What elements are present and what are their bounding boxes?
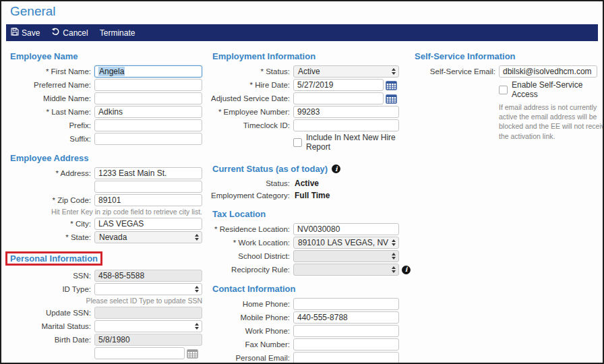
spacer — [10, 347, 94, 359]
work-location-select[interactable]: 891010 LAS VEGAS, NV — [293, 237, 399, 249]
fax-number-input[interactable] — [293, 338, 399, 351]
left-column: Employee Name * First Name: Angela Prefe… — [10, 51, 212, 361]
mobile-phone-input[interactable] — [293, 311, 399, 324]
cancel-button[interactable]: Cancel — [51, 28, 88, 38]
address-line2-row — [10, 181, 212, 193]
ssn-row: SSN: — [10, 270, 212, 282]
self-service-email-input[interactable] — [499, 65, 597, 78]
address-input[interactable] — [94, 167, 202, 179]
hire-date-row: * Hire Date: — [212, 79, 415, 91]
enable-self-service-checkbox-label: Enable Self-Service Access — [512, 80, 604, 99]
personal-information-highlight: Personal Information — [5, 251, 102, 266]
id-type-select[interactable] — [94, 283, 202, 295]
birth-date-input — [94, 334, 202, 346]
partial-date-input[interactable] — [94, 347, 185, 359]
terminate-button[interactable]: Terminate — [100, 28, 135, 38]
middle-name-row: Middle Name: — [10, 92, 212, 104]
calendar-icon[interactable] — [386, 80, 397, 90]
right-column: Self-Service Information Self-Service Em… — [415, 51, 604, 141]
residence-location-input[interactable] — [293, 223, 399, 235]
personal-information-heading: Personal Information — [10, 253, 98, 264]
city-row: * City: — [10, 218, 212, 230]
state-row: * State: Nevada — [10, 231, 212, 243]
prefix-input[interactable] — [94, 119, 202, 131]
fax-number-row: Fax Number: — [212, 338, 415, 351]
select-arrows-icon — [195, 323, 199, 330]
employee-number-input[interactable] — [293, 106, 399, 118]
home-phone-row: Home Phone: — [212, 298, 415, 310]
zip-code-input[interactable] — [94, 194, 202, 206]
home-phone-input[interactable] — [293, 298, 399, 310]
current-status-status-row: Status: Active — [212, 178, 415, 189]
form-content: Employee Name * First Name: Angela Prefe… — [10, 51, 603, 364]
timeclock-id-input[interactable] — [293, 119, 399, 131]
personal-email-label: Personal Email: — [212, 352, 293, 364]
first-name-input[interactable]: Angela — [94, 65, 202, 78]
info-icon[interactable]: i — [332, 164, 340, 173]
page-title: General — [10, 4, 603, 19]
select-arrows-icon — [392, 239, 396, 246]
suffix-row: Suffix: — [10, 133, 212, 145]
reciprocity-rule-row: Reciprocity Rule: i — [212, 264, 415, 276]
enable-self-service-checkbox[interactable] — [499, 86, 508, 94]
preferred-name-input[interactable] — [94, 79, 202, 91]
personal-information-section: Personal Information SSN: ID Type: Pleas… — [10, 251, 212, 359]
status-select-value: Active — [298, 67, 320, 76]
new-hire-report-checkbox-label: Include In Next New Hire Report — [306, 133, 415, 152]
marital-status-label: Marital Status: — [10, 320, 94, 332]
birth-date-row: Birth Date: — [10, 334, 212, 346]
select-arrows-icon — [392, 68, 396, 75]
school-district-select — [293, 250, 399, 262]
employment-information-heading: Employment Information — [212, 51, 315, 61]
select-arrows-icon — [195, 234, 199, 241]
employment-category-value: Full Time — [293, 191, 330, 200]
mobile-phone-label: Mobile Phone: — [212, 311, 293, 324]
personal-email-row: Personal Email: — [212, 352, 415, 364]
marital-status-select[interactable] — [94, 320, 202, 332]
self-service-section: Self-Service Information Self-Service Em… — [415, 51, 604, 141]
spacer — [212, 136, 293, 148]
prefix-label: Prefix: — [10, 119, 94, 131]
info-icon[interactable]: i — [402, 266, 411, 274]
first-name-row: * First Name: Angela — [10, 65, 212, 78]
city-input[interactable] — [94, 218, 202, 230]
new-hire-report-checkbox[interactable] — [293, 138, 302, 147]
employee-address-heading: Employee Address — [10, 153, 89, 163]
suffix-label: Suffix: — [10, 133, 94, 145]
state-select[interactable]: Nevada — [94, 231, 202, 243]
preferred-name-row: Preferred Name: — [10, 79, 212, 91]
cancel-button-label: Cancel — [63, 28, 88, 38]
select-arrows-icon — [195, 286, 199, 293]
first-name-label: * First Name: — [10, 65, 94, 78]
address-line2-input[interactable] — [94, 181, 202, 193]
hire-date-input[interactable] — [293, 79, 384, 91]
toolbar: Save Cancel Terminate — [6, 24, 598, 41]
middle-name-input[interactable] — [94, 92, 202, 104]
save-button[interactable]: Save — [11, 28, 40, 38]
current-status-heading: Current Status (as of today) — [212, 164, 328, 174]
employee-name-heading: Employee Name — [10, 51, 78, 61]
adjusted-service-date-input[interactable] — [293, 92, 384, 104]
calendar-icon[interactable] — [386, 94, 397, 104]
suffix-input[interactable] — [94, 133, 202, 145]
spacer — [415, 84, 499, 96]
ssn-label: SSN: — [10, 270, 94, 282]
fax-number-label: Fax Number: — [212, 338, 293, 351]
current-status-section: Current Status (as of today) i Status: A… — [212, 164, 415, 201]
last-name-input[interactable] — [94, 106, 202, 118]
tax-location-heading: Tax Location — [212, 209, 266, 219]
work-phone-label: Work Phone: — [212, 325, 293, 337]
employee-number-row: * Employee Number: — [212, 106, 415, 118]
current-status-status-label: Status: — [212, 177, 293, 189]
work-location-select-value: 891010 LAS VEGAS, NV — [298, 238, 388, 247]
zip-code-hint: Hit Enter Key in zip code field to retri… — [10, 208, 202, 216]
status-select[interactable]: Active — [293, 65, 399, 78]
calendar-icon[interactable] — [187, 348, 198, 359]
personal-email-input[interactable] — [293, 352, 399, 364]
work-phone-input[interactable] — [293, 325, 399, 337]
self-service-email-label: Self-Service Email: — [415, 65, 499, 78]
select-arrows-icon — [392, 253, 396, 260]
status-row: * Status: Active — [212, 65, 415, 78]
zip-code-label: * Zip Code: — [10, 194, 94, 206]
zip-code-row: * Zip Code: — [10, 194, 212, 206]
